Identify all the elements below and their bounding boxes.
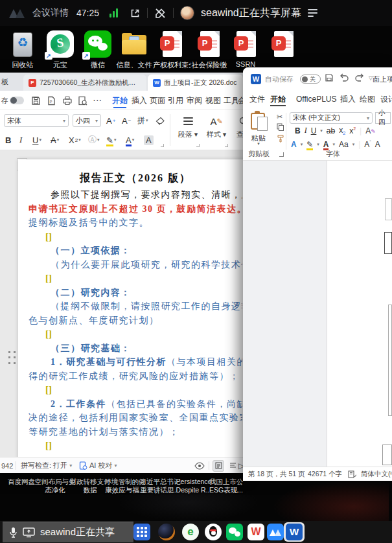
text-effects-glow-button[interactable]: A	[291, 140, 297, 149]
superscript-button[interactable]: x2	[349, 126, 356, 135]
underline-button[interactable]: U▾	[32, 133, 41, 146]
phonetic-guide-button[interactable]: 拼▾	[137, 114, 148, 127]
italic-button[interactable]: I	[305, 126, 307, 135]
change-case-button[interactable]: Aa	[339, 140, 349, 149]
increase-font-button[interactable]: A+	[106, 114, 115, 127]
word-document-area[interactable]	[243, 161, 392, 467]
font-color-button[interactable]: A▾	[126, 133, 134, 146]
share-screen-icon[interactable]	[130, 8, 141, 19]
word-menu-插入[interactable]: 插入	[340, 91, 356, 109]
wps-menu-插入[interactable]: 插入	[132, 91, 147, 110]
document-line: （三）研究基础：	[29, 341, 242, 356]
outline-view-button[interactable]	[227, 457, 238, 474]
desktop-icon-row: ♻回收站S↗元宝↗微信信息、文件P产权权利束分P社会保险缴PSSRNP	[0, 30, 392, 73]
autosave-toggle[interactable]: 关	[300, 75, 321, 84]
wps-menu-开始[interactable]: 开始	[112, 91, 128, 110]
document-line: 色与创新点、年度研究计划）	[29, 314, 242, 328]
desktop-icon-pdf-2[interactable]: P社会保险缴	[190, 30, 228, 70]
taskbar-icon-tencent-meeting[interactable]	[267, 524, 284, 540]
word-menu-开始[interactable]: 开始	[270, 91, 286, 109]
more-commands-button[interactable]: ···	[93, 91, 102, 110]
print-preview-button[interactable]	[78, 91, 87, 110]
strikethrough-button[interactable]: ab	[327, 126, 335, 135]
save-button[interactable]	[325, 73, 334, 85]
shrink-font-button[interactable]: A	[375, 140, 380, 149]
taskbar-icon-quark-browser[interactable]	[158, 524, 175, 540]
desktop-icon-pdf-1[interactable]: P产权权利束分	[153, 30, 190, 70]
desktop-icon-yuanbao[interactable]: S↗元宝	[41, 30, 79, 70]
taskbar-icon-word[interactable]: W	[286, 524, 303, 540]
font-name-select[interactable]: 宋体▾	[4, 114, 69, 127]
bold-button[interactable]: B	[5, 133, 11, 146]
word-menu-设计[interactable]: 设计	[380, 91, 392, 109]
spellcheck-status[interactable]: 拼写检查: 打开▾	[21, 457, 72, 474]
page-view-button[interactable]	[213, 457, 224, 474]
paragraph-drag-handle-icon[interactable]	[8, 351, 16, 365]
wps-menu-工具[interactable]: 工具	[224, 91, 239, 110]
paragraph-group-button[interactable]: 段落 ▾	[174, 113, 202, 146]
document-page[interactable]: 报告正文（2026 版）参照以下提纲撰写，要求内容翔实、清晰，层次分申请书正文原…	[18, 159, 246, 457]
annotation-disabled-icon[interactable]	[154, 7, 167, 19]
proofing-icon[interactable]	[348, 467, 356, 481]
wps-menu-视图[interactable]: 视图	[205, 91, 221, 110]
desktop-icon-recycle-bin[interactable]: ♻回收站	[4, 30, 41, 70]
decrease-font-button[interactable]: A−	[122, 114, 131, 127]
highlight-color-button[interactable]: ✎	[306, 140, 313, 149]
taskbar-icon-360-browser[interactable]: e	[182, 524, 199, 540]
save-button[interactable]	[31, 91, 41, 110]
bracket-marker: []	[45, 273, 52, 283]
clipboard-dialog-launcher[interactable]	[279, 152, 284, 157]
undo-button[interactable]	[339, 73, 349, 85]
grow-font-button[interactable]: Aˆ	[364, 140, 371, 149]
wps-tab-active[interactable]: W面上项目-正文 2026.doc	[148, 75, 243, 91]
page-indicator[interactable]: 第 18 页，共 51 页	[248, 467, 305, 481]
text-effects-button[interactable]: A✎	[365, 126, 376, 135]
autosave-toggle[interactable]	[10, 91, 24, 110]
network-signal-icon	[110, 8, 118, 17]
word-menu-文件[interactable]: 文件	[249, 91, 265, 109]
meeting-details-link[interactable]: 会议详情	[32, 7, 69, 19]
language-indicator[interactable]: 简体中文(中国	[361, 467, 392, 481]
highlight-color-button[interactable]: ✎▾	[106, 133, 116, 146]
font-name-select[interactable]: 宋体 (中文正文)▾	[290, 112, 373, 124]
cut-button[interactable]: ✂	[277, 113, 282, 121]
subscript-button[interactable]: x2	[339, 126, 345, 135]
desktop-icon-wechat[interactable]: ↗微信	[79, 30, 117, 70]
taskbar-icon-qq[interactable]	[205, 524, 222, 540]
print-button[interactable]	[62, 91, 73, 110]
character-shading-button[interactable]: Ⓐ▾	[88, 133, 100, 146]
copy-button[interactable]	[277, 123, 284, 132]
font-color-button[interactable]: A	[323, 140, 329, 149]
word-menu-OfficePLUS[interactable]: OfficePLUS	[296, 91, 336, 109]
underline-button[interactable]: U	[311, 126, 317, 135]
redo-button[interactable]	[354, 73, 365, 85]
taskbar-icon-wps[interactable]: W	[248, 524, 264, 540]
desktop-icon-info-folder[interactable]: 信息、文件	[115, 30, 153, 70]
desktop-icon-pdf-3[interactable]: PSSRN	[227, 30, 264, 68]
styles-group-button[interactable]: A✎ 样式 ▾	[202, 113, 231, 146]
word-menu-绘图[interactable]: 绘图	[360, 91, 375, 109]
font-size-select[interactable]: 小四▾	[73, 114, 101, 127]
taskbar-icon-app-grid[interactable]	[133, 524, 150, 540]
export-pdf-button[interactable]: P	[47, 91, 56, 110]
bold-lead: 2．工作条件	[51, 399, 106, 409]
font-size-select[interactable]: 小四	[375, 112, 391, 124]
taskbar-icon-wechat[interactable]	[226, 524, 243, 540]
wps-tab-inactive[interactable]: P7257030660_生态补偿激励机制政	[23, 75, 146, 91]
wps-menu-审阅[interactable]: 审阅	[187, 91, 202, 110]
word-count[interactable]: 42671 个字	[308, 467, 342, 481]
meeting-list-menu-icon[interactable]	[308, 9, 317, 17]
wps-menu-引用[interactable]: 引用	[168, 91, 183, 110]
italic-button[interactable]: I	[19, 133, 22, 146]
sharing-control-pill[interactable]: seawind正在共享	[3, 522, 133, 542]
superscript-button[interactable]: X2▾	[69, 133, 81, 146]
eye-protect-icon[interactable]	[194, 457, 205, 474]
bold-button[interactable]: B	[295, 126, 301, 135]
strikethrough-button[interactable]: A▾	[51, 133, 59, 146]
format-painter-button[interactable]	[277, 135, 284, 144]
wps-menu-页面[interactable]: 页面	[150, 91, 165, 110]
character-border-button[interactable]: A	[144, 133, 154, 146]
desktop-icon-pdf-4[interactable]: P	[264, 30, 302, 60]
clear-format-button[interactable]	[156, 114, 165, 127]
ai-proofread-button[interactable]: AI 校对▾	[79, 457, 117, 474]
